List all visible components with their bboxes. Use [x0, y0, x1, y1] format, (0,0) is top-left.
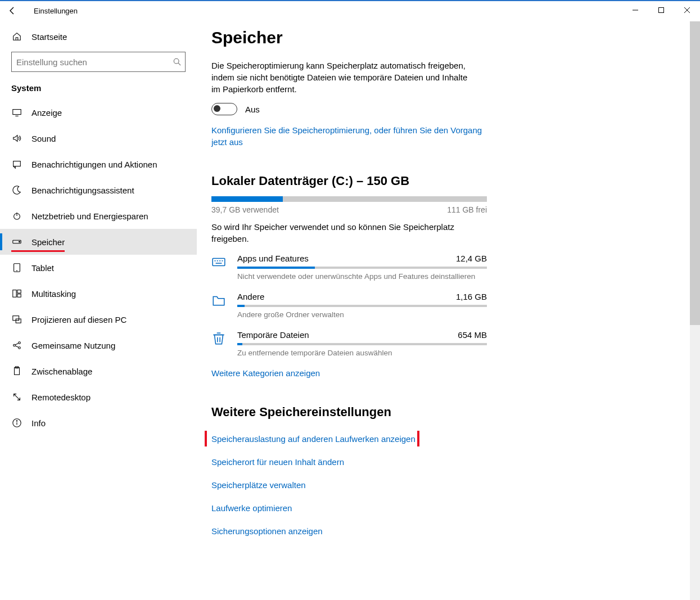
usage-item-other[interactable]: Andere1,16 GB Andere große Ordner verwal…	[211, 286, 487, 324]
trash-icon	[211, 330, 227, 357]
svg-point-30	[16, 421, 17, 421]
link-change-save-location[interactable]: Speicherort für neuen Inhalt ändern	[211, 450, 344, 473]
sidebar-item-label: Netzbetrieb und Energiesparen	[31, 211, 148, 221]
maximize-button[interactable]	[648, 1, 674, 19]
sidebar-item-tablet[interactable]: Tablet	[0, 255, 197, 281]
sidebar-item-remote-desktop[interactable]: Remotedesktop	[0, 384, 197, 410]
svg-line-23	[15, 343, 18, 345]
configure-storage-sense-link[interactable]: Konfigurieren Sie die Speicheroptimierun…	[211, 124, 487, 148]
share-icon	[11, 340, 22, 350]
minimize-button[interactable]	[622, 1, 648, 19]
sidebar-item-label: Gemeinsame Nutzung	[31, 341, 115, 350]
svg-rect-8	[13, 161, 21, 166]
moon-icon	[11, 185, 22, 195]
svg-point-20	[13, 344, 16, 346]
link-manage-storage-spaces[interactable]: Speicherplätze verwalten	[211, 473, 306, 497]
svg-rect-31	[213, 259, 225, 266]
disk-usage-bar	[211, 196, 487, 202]
link-backup-options[interactable]: Sicherungsoptionen anzeigen	[211, 520, 323, 543]
usage-size: 1,16 GB	[456, 292, 487, 301]
close-button[interactable]	[674, 1, 700, 19]
svg-rect-1	[659, 8, 664, 13]
power-icon	[11, 211, 22, 221]
usage-item-apps[interactable]: Apps und Features12,4 GB Nicht verwendet…	[211, 248, 487, 286]
disk-free-label: 111 GB frei	[447, 205, 487, 214]
usage-name: Apps und Features	[237, 254, 309, 263]
sidebar-item-projecting[interactable]: Projizieren auf diesen PC	[0, 306, 197, 332]
sidebar-item-benachrichtigungen[interactable]: Benachrichtigungen und Aktionen	[0, 151, 197, 177]
scrollbar-thumb[interactable]	[690, 21, 700, 325]
svg-point-12	[19, 241, 20, 242]
sidebar-item-label: Benachrichtigungen und Aktionen	[31, 160, 157, 169]
usage-item-temp[interactable]: Temporäre Dateien654 MB Zu entfernende t…	[211, 324, 487, 363]
storage-sense-intro: Die Speicheroptimierung kann Speicherpla…	[211, 60, 476, 95]
usage-name: Temporäre Dateien	[237, 330, 309, 340]
sidebar-item-anzeige[interactable]: Anzeige	[0, 100, 197, 125]
sidebar-item-label: Multitasking	[31, 289, 76, 299]
svg-rect-25	[15, 368, 20, 375]
titlebar: Einstellungen	[0, 1, 700, 20]
link-other-drives[interactable]: Speicherauslastung auf anderen Laufwerke…	[211, 427, 416, 450]
sidebar-item-sound[interactable]: Sound	[0, 125, 197, 151]
disk-title: Lokaler Datenträger (C:) – 150 GB	[211, 174, 493, 188]
storage-sense-toggle[interactable]	[211, 103, 237, 115]
usage-sub: Nicht verwendete oder unerwünschte Apps …	[237, 272, 487, 281]
svg-point-21	[19, 342, 21, 344]
disk-used-label: 39,7 GB verwendet	[211, 205, 279, 214]
sidebar-item-label: Anzeige	[31, 108, 62, 118]
scrollbar[interactable]	[690, 21, 700, 600]
svg-line-5	[178, 63, 180, 65]
sidebar-item-label: Zwischenablage	[31, 367, 92, 376]
content-area: Speicher Die Speicheroptimierung kann Sp…	[197, 20, 700, 600]
home-icon	[11, 31, 22, 42]
sound-icon	[11, 133, 22, 143]
sidebar-item-label: Benachrichtigungsassistent	[31, 186, 134, 195]
multitasking-icon	[11, 288, 22, 299]
svg-line-24	[15, 346, 18, 348]
display-icon	[11, 107, 22, 118]
folder-icon	[211, 292, 227, 319]
storage-sense-toggle-label: Aus	[245, 105, 260, 114]
more-categories-link[interactable]: Weitere Kategorien anzeigen	[211, 367, 320, 379]
more-settings-title: Weitere Speichereinstellungen	[211, 405, 493, 419]
svg-rect-6	[13, 110, 21, 115]
sidebar-item-shared[interactable]: Gemeinsame Nutzung	[0, 332, 197, 358]
usage-sub: Andere große Ordner verwalten	[237, 310, 487, 319]
usage-intro: So wird Ihr Speicher verwendet und so kö…	[211, 221, 476, 245]
sidebar-home[interactable]: Startseite	[0, 24, 197, 49]
usage-name: Andere	[237, 292, 264, 301]
annotation-underline	[11, 250, 65, 252]
sidebar-item-clipboard[interactable]: Zwischenablage	[0, 358, 197, 384]
svg-point-22	[19, 347, 21, 349]
sidebar-category: System	[0, 78, 197, 100]
svg-line-27	[14, 394, 20, 400]
tablet-icon	[11, 263, 22, 273]
window-title: Einstellungen	[25, 7, 78, 15]
svg-rect-17	[17, 294, 21, 297]
sidebar-item-focus-assist[interactable]: Benachrichtigungsassistent	[0, 177, 197, 203]
sidebar-item-label: Projizieren auf diesen PC	[31, 315, 127, 324]
sidebar: Startseite System Anzeige Sound Benachri…	[0, 20, 197, 600]
annotation-marker-left	[205, 431, 207, 446]
usage-size: 12,4 GB	[456, 254, 487, 263]
sidebar-item-label: Info	[31, 418, 46, 428]
link-optimize-drives[interactable]: Laufwerke optimieren	[211, 497, 292, 520]
sidebar-item-info[interactable]: Info	[0, 410, 197, 436]
info-icon	[11, 418, 22, 428]
search-input[interactable]	[12, 57, 169, 67]
svg-rect-16	[17, 290, 21, 293]
sidebar-item-multitasking[interactable]: Multitasking	[0, 281, 197, 306]
usage-sub: Zu entfernende temporäre Dateien auswähl…	[237, 349, 487, 357]
keyboard-icon	[211, 254, 227, 281]
sidebar-item-power[interactable]: Netzbetrieb und Energiesparen	[0, 203, 197, 229]
sidebar-home-label: Startseite	[31, 32, 67, 42]
clipboard-icon	[11, 366, 22, 376]
storage-icon	[11, 237, 22, 247]
annotation-marker-right	[417, 431, 419, 446]
search-icon	[169, 58, 185, 66]
sidebar-item-label: Speicher	[31, 237, 65, 247]
page-title: Speicher	[211, 28, 493, 47]
search-box[interactable]	[11, 52, 186, 72]
sidebar-item-speicher[interactable]: Speicher	[0, 229, 197, 255]
back-button[interactable]	[0, 1, 25, 20]
